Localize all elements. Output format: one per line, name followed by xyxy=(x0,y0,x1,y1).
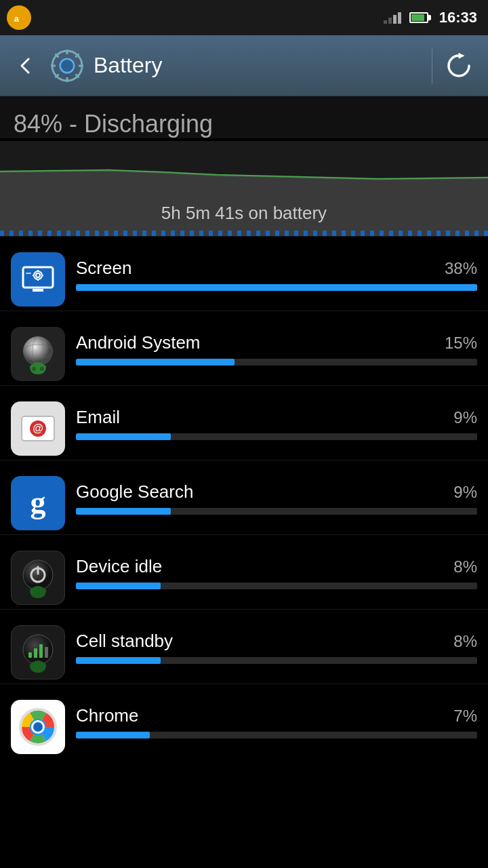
item-percent: 38% xyxy=(445,259,477,278)
divider xyxy=(432,47,432,84)
battery-list-item[interactable]: Cell standby8% xyxy=(0,609,488,684)
item-percent: 9% xyxy=(453,408,477,427)
svg-point-27 xyxy=(32,367,36,371)
svg-text:5h 5m 41s on battery: 5h 5m 41s on battery xyxy=(161,203,327,223)
progress-fill xyxy=(76,359,235,366)
progress-fill xyxy=(76,732,150,738)
item-info: Google Search9% xyxy=(76,481,477,524)
svg-point-19 xyxy=(36,273,40,277)
progress-fill xyxy=(76,583,161,589)
item-info: Device idle8% xyxy=(76,556,477,599)
item-percent: 8% xyxy=(453,557,477,576)
battery-list-item[interactable]: Android System15% xyxy=(0,311,488,385)
icon-device-idle xyxy=(11,551,65,605)
item-info: Chrome7% xyxy=(76,705,477,748)
refresh-button[interactable] xyxy=(441,47,477,84)
svg-text:@: @ xyxy=(33,422,43,434)
svg-rect-38 xyxy=(34,648,37,658)
battery-list: Screen38% Android System15% @ Email9% g … xyxy=(0,236,488,758)
item-info: Android System15% xyxy=(76,332,477,375)
battery-percent-text: 84% - Discharging xyxy=(14,110,474,138)
status-bar: a 16:33 xyxy=(0,0,488,35)
svg-point-36 xyxy=(23,635,53,665)
item-name: Android System xyxy=(76,332,201,353)
item-percent: 8% xyxy=(453,632,477,651)
progress-track xyxy=(76,433,477,440)
progress-fill xyxy=(76,433,171,440)
item-name: Chrome xyxy=(76,705,138,726)
svg-rect-40 xyxy=(45,647,48,658)
icon-google: g xyxy=(11,476,65,530)
icon-screen xyxy=(11,252,65,307)
item-info: Screen38% xyxy=(76,258,477,300)
svg-rect-39 xyxy=(39,644,43,658)
svg-point-28 xyxy=(40,367,44,371)
action-bar: Battery xyxy=(0,35,488,96)
battery-list-item[interactable]: Chrome7% xyxy=(0,684,488,758)
item-name: Google Search xyxy=(76,481,193,502)
progress-fill xyxy=(76,284,477,291)
progress-track xyxy=(76,508,477,515)
progress-track xyxy=(76,732,477,738)
item-info: Cell standby8% xyxy=(76,631,477,673)
notification-icon: a xyxy=(7,5,31,30)
item-name: Device idle xyxy=(76,556,162,577)
svg-point-45 xyxy=(33,722,43,732)
signal-icon xyxy=(384,12,401,24)
battery-chart: 5h 5m 41s on battery xyxy=(0,141,488,236)
item-name: Email xyxy=(76,407,120,428)
svg-point-18 xyxy=(34,271,42,279)
battery-list-item[interactable]: Screen38% xyxy=(0,236,488,311)
svg-text:a: a xyxy=(14,14,20,24)
settings-icon xyxy=(49,47,85,84)
icon-cell xyxy=(11,625,65,679)
svg-rect-17 xyxy=(26,273,31,274)
item-percent: 9% xyxy=(453,483,477,502)
activity-row xyxy=(0,231,488,236)
item-name: Screen xyxy=(76,258,131,279)
item-percent: 15% xyxy=(445,334,477,353)
page-title: Battery xyxy=(94,53,424,78)
svg-point-11 xyxy=(60,59,74,73)
svg-text:g: g xyxy=(30,485,46,519)
battery-icon xyxy=(409,12,428,23)
progress-fill xyxy=(76,657,161,664)
progress-track xyxy=(76,359,477,366)
battery-list-item[interactable]: @ Email9% xyxy=(0,385,488,460)
icon-email: @ xyxy=(11,401,65,456)
svg-rect-37 xyxy=(28,652,32,658)
item-percent: 7% xyxy=(453,707,477,726)
status-time: 16:33 xyxy=(439,9,477,26)
back-button[interactable] xyxy=(11,51,41,81)
svg-point-33 xyxy=(23,560,53,590)
item-info: Email9% xyxy=(76,407,477,450)
battery-list-item[interactable]: g Google Search9% xyxy=(0,460,488,534)
battery-summary: 84% - Discharging xyxy=(0,96,488,138)
icon-chrome xyxy=(11,700,65,754)
battery-list-item[interactable]: Device idle8% xyxy=(0,534,488,609)
progress-track xyxy=(76,657,477,664)
item-name: Cell standby xyxy=(76,631,173,652)
svg-rect-16 xyxy=(33,289,43,292)
svg-point-24 xyxy=(23,336,53,366)
icon-android xyxy=(11,327,65,381)
progress-track xyxy=(76,583,477,589)
progress-fill xyxy=(76,508,171,515)
progress-track xyxy=(76,284,477,291)
